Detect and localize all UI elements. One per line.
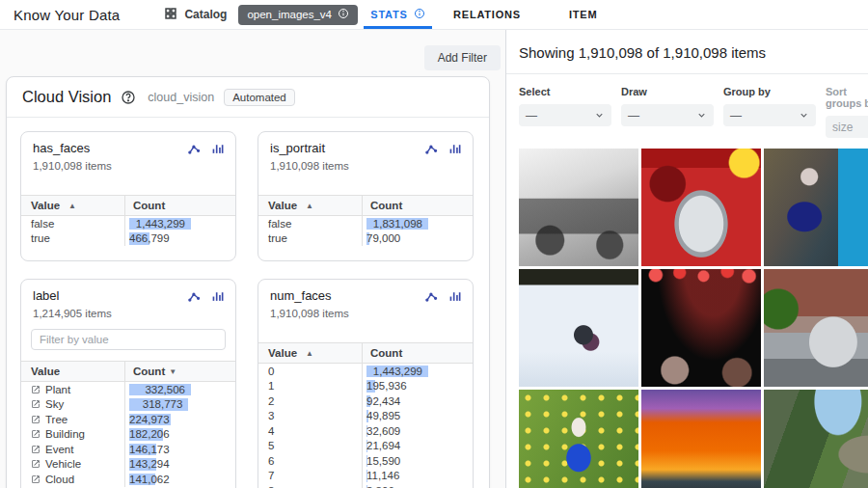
control-label: Sort groups by <box>826 86 868 109</box>
table-row: Sky318,773 <box>21 397 235 413</box>
value-header-label: Value <box>31 200 60 211</box>
row-count: 92,434 <box>366 395 400 407</box>
grid-image-concert-red-lights[interactable] <box>641 269 761 387</box>
control-dropdown[interactable]: — <box>621 104 714 126</box>
count-header-label: Count <box>133 200 165 211</box>
row-value: 4 <box>268 425 274 437</box>
scatter-chart-icon[interactable] <box>187 289 202 303</box>
row-value: 0 <box>268 366 274 377</box>
catalog-button[interactable]: Catalog <box>164 7 227 23</box>
bar-chart-icon[interactable] <box>448 142 461 155</box>
bar-chart-icon[interactable] <box>211 289 224 303</box>
control-label: Group by <box>723 86 816 97</box>
card-header: label <box>21 288 235 303</box>
count-column-header[interactable]: Count <box>363 196 473 215</box>
grid-image-garden-path[interactable] <box>764 390 868 488</box>
control-dropdown[interactable]: size <box>826 116 868 138</box>
open-in-new-icon[interactable] <box>31 385 41 394</box>
feature-card-is_portrait: is_portrait1,910,098 itemsValue▲Countfal… <box>258 131 474 261</box>
table-row: Cloud141,062 <box>21 472 235 487</box>
cloud-vision-card: Cloud Vision cloud_vision Automated has_… <box>6 76 490 488</box>
count-header-label: Count <box>370 347 402 359</box>
table-row: false1,443,299 <box>21 216 235 231</box>
card-title: has_faces <box>33 141 90 155</box>
card-title: label <box>33 288 59 303</box>
scatter-chart-icon[interactable] <box>424 142 439 155</box>
table-row: 615,590 <box>258 453 473 469</box>
bar-chart-icon[interactable] <box>448 289 461 303</box>
grid-image-silver-car-street[interactable] <box>764 269 868 387</box>
control-dropdown[interactable]: — <box>519 104 611 126</box>
table-row: true466,799 <box>21 231 235 247</box>
tab-relations[interactable]: RELATIONS <box>451 0 523 29</box>
value-column-header[interactable]: Value <box>21 362 125 381</box>
open-in-new-icon[interactable] <box>31 429 41 439</box>
dropdown-value: — <box>526 109 537 122</box>
open-in-new-icon[interactable] <box>31 459 41 469</box>
card-title: num_faces <box>270 288 332 303</box>
table-row: Tree224,973 <box>21 412 235 427</box>
dropdown-value: size <box>832 121 853 134</box>
table-row: 292,434 <box>258 393 473 409</box>
chevron-down-icon <box>799 110 809 121</box>
row-count: 195,936 <box>366 380 407 392</box>
bar-chart-icon[interactable] <box>211 142 224 155</box>
grid-image-hi-vis-worker[interactable] <box>641 390 761 488</box>
row-count: 332,506 <box>129 384 185 395</box>
app-title: Know Your Data <box>14 7 120 23</box>
count-column-header[interactable]: Count▼ <box>125 362 235 381</box>
value-header-label: Value <box>31 366 60 377</box>
table-row: 711,146 <box>258 469 473 484</box>
info-icon[interactable] <box>338 8 349 21</box>
value-count-table: Value▲Count01,443,2991195,936292,434349,… <box>258 342 473 488</box>
grid-image-cyclists-race-poster[interactable] <box>764 149 868 266</box>
value-column-header[interactable]: Value▲ <box>21 196 125 215</box>
scatter-chart-icon[interactable] <box>187 142 202 155</box>
control-dropdown[interactable]: — <box>723 104 816 126</box>
grid-image-vintage-truck-engraving[interactable] <box>519 149 638 266</box>
sort-asc-icon: ▲ <box>306 349 313 358</box>
control-group-by: Group by— <box>723 86 816 138</box>
dropdown-value: — <box>730 109 742 122</box>
dataset-chip[interactable]: open_images_v4 <box>238 5 358 25</box>
tab-stats-label: STATS <box>370 9 407 20</box>
value-column-header[interactable]: Value▲ <box>258 196 363 215</box>
open-in-new-icon[interactable] <box>31 474 41 484</box>
count-header-label: Count <box>370 200 402 211</box>
help-icon[interactable] <box>121 90 136 105</box>
grid-image-snow-tubing[interactable] <box>519 269 638 387</box>
cloud-vision-header: Cloud Vision cloud_vision Automated <box>7 77 489 118</box>
filters-panel: Add Filter Cloud Vision cloud_vision Aut… <box>0 30 506 488</box>
control-sort-groups-by: Sort groups bysize <box>826 86 868 138</box>
feature-card-label: label1,214,905 itemsValueCount▼Plant332,… <box>20 279 236 488</box>
grid-image-scarecrow-flower-field[interactable] <box>519 390 638 488</box>
sort-asc-icon: ▲ <box>306 202 313 210</box>
open-in-new-icon[interactable] <box>31 415 41 424</box>
grid-icon <box>164 7 177 23</box>
section-id: cloud_vision <box>148 91 214 104</box>
open-in-new-icon[interactable] <box>31 399 41 409</box>
row-count: 1,443,299 <box>366 366 422 377</box>
scatter-chart-icon[interactable] <box>424 289 439 303</box>
row-value: Cloud <box>45 474 74 485</box>
row-value: 7 <box>268 470 274 481</box>
tab-item-label: ITEM <box>569 9 597 20</box>
value-column-header[interactable]: Value▲ <box>258 343 363 363</box>
tab-item[interactable]: ITEM <box>567 0 599 29</box>
info-icon[interactable] <box>414 8 425 21</box>
table-row: 88,306 <box>258 483 473 488</box>
feature-card-has_faces: has_faces1,910,098 itemsValue▲Countfalse… <box>20 131 236 261</box>
tab-stats[interactable]: STATS <box>364 0 432 29</box>
row-count: 49,895 <box>366 410 400 421</box>
count-column-header[interactable]: Count <box>125 196 235 215</box>
grid-image-red-toy-car-package[interactable] <box>641 149 761 266</box>
feature-cards-grid: has_faces1,910,098 itemsValue▲Countfalse… <box>7 118 489 488</box>
add-filter-button[interactable]: Add Filter <box>424 45 501 70</box>
value-filter-input[interactable] <box>31 329 226 350</box>
row-count: 146,173 <box>129 444 170 455</box>
open-in-new-icon[interactable] <box>31 445 41 454</box>
row-count: 15,590 <box>366 455 400 467</box>
view-controls: Select—Draw—Group by—Sort groups bysize <box>506 74 868 138</box>
count-column-header[interactable]: Count <box>363 343 473 363</box>
card-item-count: 1,214,905 items <box>21 308 235 319</box>
